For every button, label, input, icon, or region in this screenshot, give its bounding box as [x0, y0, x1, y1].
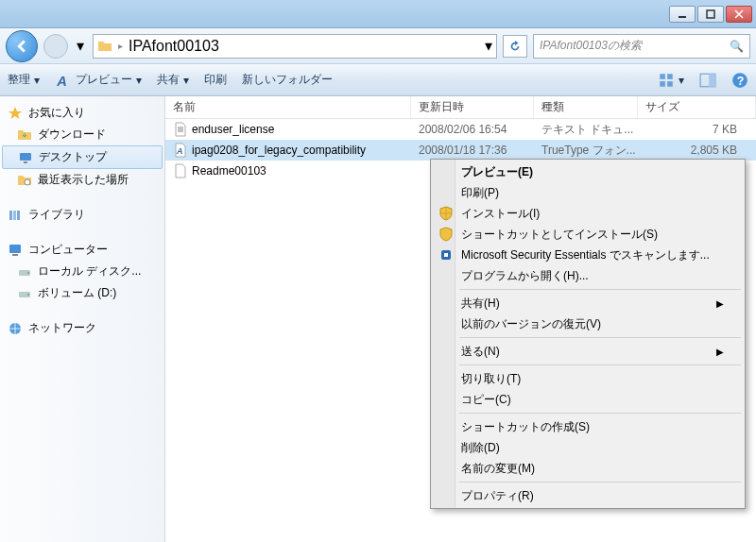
- sidebar-item-desktop[interactable]: デスクトップ: [2, 145, 163, 169]
- svg-rect-17: [9, 245, 21, 253]
- ctx-install-shortcut[interactable]: ショートカットとしてインストール(S): [433, 224, 743, 245]
- ctx-create-shortcut[interactable]: ショートカットの作成(S): [433, 416, 743, 437]
- file-row[interactable]: Aipag0208_for_legacy_compatibility 2008/…: [165, 140, 756, 161]
- back-button[interactable]: [6, 30, 38, 62]
- desktop-icon: [18, 150, 33, 165]
- svg-text:A: A: [56, 73, 67, 88]
- close-button[interactable]: [726, 6, 752, 23]
- new-folder-button[interactable]: 新しいフォルダー: [242, 72, 333, 88]
- svg-rect-1: [707, 10, 714, 18]
- ctx-install[interactable]: インストール(I): [433, 203, 743, 224]
- preview-menu[interactable]: A プレビュー ▾: [55, 72, 142, 89]
- minimize-button[interactable]: [669, 6, 696, 23]
- sidebar-libraries[interactable]: ライブラリ: [2, 204, 163, 226]
- svg-text:A: A: [176, 146, 183, 156]
- ctx-print[interactable]: 印刷(P): [433, 182, 743, 203]
- col-type[interactable]: 種類: [534, 96, 638, 118]
- share-menu[interactable]: 共有 ▾: [157, 72, 189, 88]
- svg-rect-3: [660, 74, 665, 79]
- ctx-delete[interactable]: 削除(D): [433, 437, 743, 458]
- svg-rect-11: [20, 153, 31, 161]
- download-icon: [17, 127, 32, 143]
- drive-icon: [17, 286, 32, 301]
- window-titlebar: [0, 0, 756, 28]
- submenu-arrow-icon: ▶: [716, 347, 724, 357]
- context-menu: プレビュー(E) 印刷(P) インストール(I) ショートカットとしてインストー…: [430, 159, 746, 509]
- sidebar-favorites[interactable]: お気に入り: [2, 102, 163, 124]
- drive-icon: [17, 264, 32, 279]
- help-button[interactable]: ?: [731, 72, 748, 89]
- navigation-pane: お気に入り ダウンロード デスクトップ 最近表示した場所 ライブラリ コンピュー…: [0, 96, 165, 542]
- col-date[interactable]: 更新日時: [411, 96, 534, 118]
- svg-point-13: [25, 179, 30, 185]
- ctx-cut[interactable]: 切り取り(T): [433, 368, 743, 389]
- svg-rect-6: [667, 81, 673, 87]
- command-bar: 整理 ▾ A プレビュー ▾ 共有 ▾ 印刷 新しいフォルダー ▾ ?: [0, 64, 756, 96]
- svg-point-20: [27, 272, 29, 274]
- font-file-icon: A: [173, 143, 188, 158]
- svg-rect-12: [24, 161, 27, 163]
- svg-text:?: ?: [737, 74, 745, 87]
- organize-menu[interactable]: 整理 ▾: [8, 72, 40, 88]
- search-icon: 🔍: [730, 40, 744, 53]
- maximize-button[interactable]: [697, 6, 724, 23]
- mse-icon: [438, 247, 454, 263]
- svg-rect-15: [13, 211, 16, 220]
- svg-point-22: [27, 294, 29, 296]
- search-box[interactable]: IPAfont00103の検索 🔍: [533, 34, 750, 59]
- sidebar-item-recent[interactable]: 最近表示した場所: [2, 169, 163, 191]
- col-size[interactable]: サイズ: [638, 96, 756, 118]
- submenu-arrow-icon: ▶: [716, 298, 724, 309]
- recent-icon: [17, 173, 32, 188]
- sidebar-computer[interactable]: コンピューター: [2, 239, 163, 261]
- library-icon: [8, 208, 23, 223]
- svg-rect-5: [660, 81, 665, 87]
- address-bar[interactable]: ▸ IPAfont00103 ▾: [93, 34, 497, 59]
- col-name[interactable]: 名前: [165, 96, 411, 118]
- file-icon: [173, 163, 188, 178]
- ctx-share[interactable]: 共有(H)▶: [433, 293, 743, 313]
- address-dropdown[interactable]: ▾: [485, 37, 492, 55]
- print-button[interactable]: 印刷: [204, 72, 227, 88]
- sidebar-item-downloads[interactable]: ダウンロード: [2, 124, 163, 145]
- svg-rect-16: [17, 211, 20, 220]
- refresh-button[interactable]: [503, 35, 527, 58]
- navigation-bar: ▾ ▸ IPAfont00103 ▾ IPAfont00103の検索 🔍: [0, 28, 756, 64]
- svg-rect-4: [667, 74, 673, 79]
- ctx-previous-versions[interactable]: 以前のバージョンの復元(V): [433, 313, 743, 334]
- ctx-copy[interactable]: コピー(C): [433, 389, 743, 410]
- svg-rect-0: [679, 16, 686, 18]
- star-icon: [8, 106, 23, 121]
- sidebar-network[interactable]: ネットワーク: [2, 317, 163, 339]
- ctx-scan-mse[interactable]: Microsoft Security Essentials でスキャンします..…: [433, 245, 743, 265]
- network-icon: [8, 321, 23, 336]
- column-headers: 名前 更新日時 種類 サイズ: [165, 96, 756, 119]
- computer-icon: [8, 243, 23, 258]
- svg-rect-14: [9, 211, 12, 220]
- breadcrumb-folder[interactable]: IPAfont00103: [129, 38, 219, 55]
- text-file-icon: [173, 122, 188, 137]
- view-menu[interactable]: ▾: [658, 72, 684, 89]
- sidebar-item-volume-d[interactable]: ボリューム (D:): [2, 282, 163, 304]
- preview-pane-button[interactable]: [699, 72, 716, 89]
- shield-icon: [438, 227, 454, 242]
- ctx-properties[interactable]: プロパティ(R): [433, 485, 743, 506]
- breadcrumb-separator: ▸: [118, 41, 123, 51]
- svg-rect-8: [709, 74, 715, 87]
- font-icon: A: [55, 72, 72, 89]
- ctx-send-to[interactable]: 送る(N)▶: [433, 341, 743, 362]
- ctx-open-with[interactable]: プログラムから開く(H)...: [433, 265, 743, 286]
- svg-rect-18: [12, 254, 18, 256]
- search-placeholder: IPAfont00103の検索: [540, 38, 642, 54]
- shield-icon: [438, 206, 454, 221]
- file-row[interactable]: enduser_license 2008/02/06 16:54 テキスト ドキ…: [165, 119, 756, 140]
- forward-button[interactable]: [43, 34, 68, 59]
- sidebar-item-local-disk[interactable]: ローカル ディスク...: [2, 261, 163, 282]
- history-dropdown[interactable]: ▾: [74, 32, 87, 60]
- ctx-preview[interactable]: プレビュー(E): [433, 161, 743, 182]
- folder-icon: [97, 39, 112, 54]
- ctx-rename[interactable]: 名前の変更(M): [433, 458, 743, 479]
